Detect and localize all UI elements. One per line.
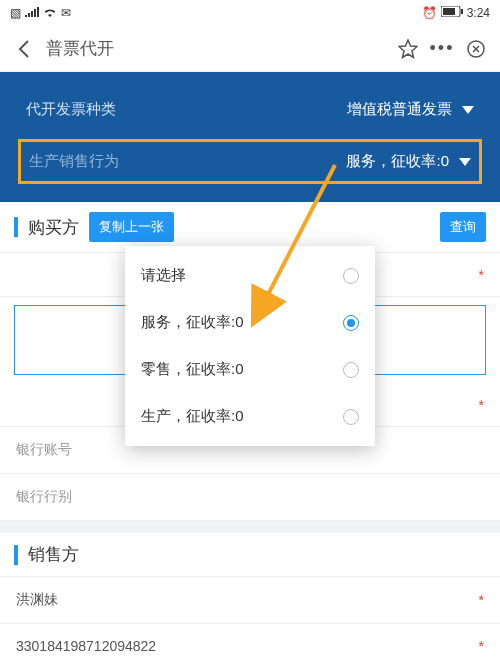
wifi-icon <box>43 6 57 20</box>
option-label: 零售，征收率:0 <box>141 360 244 379</box>
battery-icon <box>441 6 463 20</box>
required-mark: * <box>479 397 484 413</box>
back-icon[interactable] <box>12 37 36 61</box>
required-mark: * <box>479 592 484 608</box>
option-production[interactable]: 生产，征收率:0 <box>125 393 375 440</box>
seller-name-field[interactable]: 洪渊妹 * <box>0 577 500 624</box>
close-icon[interactable] <box>464 37 488 61</box>
select-modal: 请选择 服务，征收率:0 零售，征收率:0 生产，征收率:0 <box>125 246 375 446</box>
option-label: 请选择 <box>141 266 186 285</box>
chevron-down-icon <box>462 106 474 114</box>
buyer-title: 购买方 <box>28 216 79 239</box>
copy-prev-button[interactable]: 复制上一张 <box>89 212 174 242</box>
star-icon[interactable] <box>396 37 420 61</box>
radio-icon <box>343 268 359 284</box>
bank-branch-field[interactable]: 银行行别 <box>0 474 500 521</box>
radio-icon <box>343 362 359 378</box>
seller-number-field[interactable]: 330184198712094822 * <box>0 624 500 666</box>
seller-section: 销售方 洪渊妹 * 330184198712094822 * <box>0 533 500 666</box>
seller-title: 销售方 <box>28 543 79 566</box>
invoice-type-row[interactable]: 代开发票种类 增值税普通发票 <box>18 88 482 131</box>
option-placeholder[interactable]: 请选择 <box>125 252 375 299</box>
bank-branch-label: 银行行别 <box>16 488 72 506</box>
section-accent <box>14 545 18 565</box>
radio-icon <box>343 315 359 331</box>
more-icon[interactable]: ••• <box>430 37 454 61</box>
required-mark: * <box>479 267 484 283</box>
seller-number: 330184198712094822 <box>16 638 156 654</box>
form-banner: 代开发票种类 增值税普通发票 生产销售行为 服务，征收率:0 <box>0 72 500 202</box>
chevron-down-icon <box>459 158 471 166</box>
invoice-type-value: 增值税普通发票 <box>347 100 452 119</box>
page-title: 普票代开 <box>46 37 114 60</box>
option-label: 服务，征收率:0 <box>141 313 244 332</box>
svg-rect-2 <box>461 9 463 14</box>
sales-behavior-row[interactable]: 生产销售行为 服务，征收率:0 <box>18 139 482 184</box>
status-bar: ▧ ✉ ⏰ 3:24 <box>0 0 500 26</box>
query-button[interactable]: 查询 <box>440 212 486 242</box>
option-retail[interactable]: 零售，征收率:0 <box>125 346 375 393</box>
svg-rect-1 <box>443 8 455 15</box>
seller-name: 洪渊妹 <box>16 591 58 609</box>
signal-icon <box>25 6 39 20</box>
sales-behavior-label: 生产销售行为 <box>29 152 119 171</box>
section-accent <box>14 217 18 237</box>
bank-account-label: 银行账号 <box>16 441 72 459</box>
radio-icon <box>343 409 359 425</box>
nav-bar: 普票代开 ••• <box>0 26 500 72</box>
status-time: 3:24 <box>467 6 490 20</box>
option-label: 生产，征收率:0 <box>141 407 244 426</box>
invoice-type-label: 代开发票种类 <box>26 100 116 119</box>
hd-icon: ▧ <box>10 6 21 20</box>
alarm-icon: ⏰ <box>422 6 437 20</box>
required-mark: * <box>479 638 484 654</box>
sales-behavior-value: 服务，征收率:0 <box>346 152 449 171</box>
wechat-icon: ✉ <box>61 6 71 20</box>
option-service[interactable]: 服务，征收率:0 <box>125 299 375 346</box>
